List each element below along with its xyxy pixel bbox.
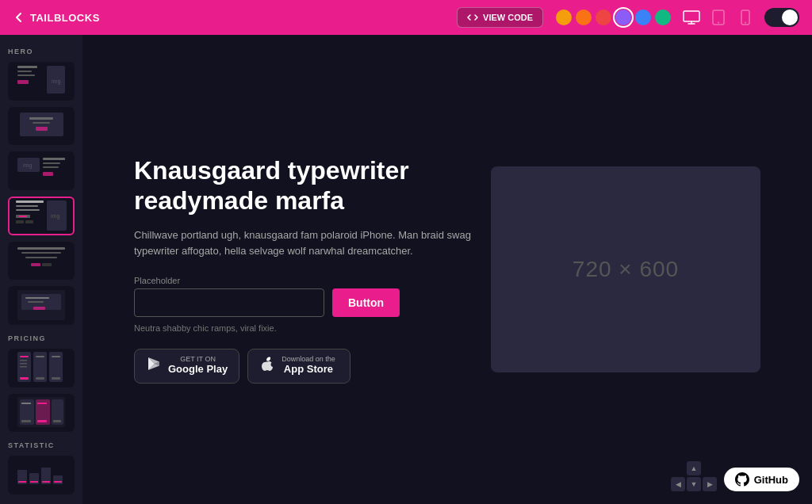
svg-rect-65 [18,481,26,483]
swatch-red[interactable] [596,10,611,25]
theme-toggle[interactable] [764,8,799,27]
svg-rect-14 [36,127,48,131]
sidebar-item-statistic-1[interactable] [8,456,75,494]
sidebar: HERO img img [0,35,82,504]
nav-arrow-up[interactable]: ▲ [687,461,701,475]
store-buttons: GET IT ON Google Play Download on [134,349,491,384]
google-play-sub: GET IT ON [168,356,228,363]
swatch-purple[interactable] [615,10,631,25]
app-store-sub: Download on the [282,356,335,363]
svg-rect-8 [17,80,29,84]
svg-rect-17 [43,158,65,160]
main-layout: HERO img img [0,35,812,504]
svg-rect-13 [33,122,50,124]
demo-block: Knausgaard typewriter readymade marfa Ch… [102,124,792,415]
google-play-button[interactable]: GET IT ON Google Play [134,349,239,384]
svg-rect-46 [20,366,27,368]
desktop-icon[interactable] [680,6,703,29]
svg-rect-60 [53,420,61,422]
svg-rect-7 [17,74,35,76]
github-badge[interactable]: GitHub [724,468,799,491]
app-store-button[interactable]: Download on the App Store [247,349,350,384]
svg-point-2 [718,22,719,24]
svg-rect-59 [37,420,47,422]
svg-rect-31 [21,252,61,254]
svg-rect-58 [21,420,31,422]
svg-rect-47 [20,377,29,380]
github-label: GitHub [754,474,788,486]
nav-arrow-right[interactable]: ▶ [703,477,717,491]
sidebar-item-pricing-2[interactable] [8,394,75,433]
svg-rect-34 [42,263,52,266]
svg-rect-33 [31,263,40,266]
tablet-icon[interactable] [707,6,730,29]
svg-rect-49 [36,377,44,380]
svg-rect-6 [17,71,32,72]
svg-text:img: img [23,162,32,169]
sidebar-item-hero-4[interactable]: img [8,197,75,235]
back-button[interactable]: TAILBLOCKS [13,11,100,24]
svg-rect-5 [17,66,37,68]
svg-rect-51 [52,377,60,380]
demo-input-field[interactable] [134,288,324,317]
section-label-statistic: STATISTIC [0,435,82,452]
svg-rect-27 [25,220,33,223]
svg-rect-26 [16,220,24,223]
nav-arrow-row-top: ▲ [671,461,717,475]
sidebar-item-hero-1[interactable]: img [8,62,75,101]
svg-text:img: img [52,78,60,85]
svg-rect-50 [52,356,60,357]
mobile-icon[interactable] [734,6,756,29]
topnav: TAILBLOCKS VIEW CODE [0,0,812,35]
svg-rect-38 [28,301,44,303]
app-store-main: App Store [282,363,335,376]
sidebar-item-hero-2[interactable] [8,107,75,146]
svg-rect-19 [43,166,59,168]
app-store-text: Download on the App Store [282,356,335,376]
back-icon [13,11,25,24]
google-play-main: Google Play [168,363,228,376]
sidebar-item-pricing-1[interactable] [8,349,75,388]
svg-rect-56 [21,403,31,404]
sidebar-item-hero-5[interactable] [8,242,75,281]
svg-rect-25 [19,216,27,217]
svg-rect-67 [42,481,50,483]
demo-image: 720 × 600 [491,166,760,372]
sidebar-item-hero-6[interactable] [8,286,75,325]
view-code-button[interactable]: VIEW CODE [457,7,543,28]
demo-button[interactable]: Button [332,288,400,317]
svg-rect-12 [29,117,53,120]
swatch-blue[interactable] [635,10,651,25]
section-label-hero: HERO [0,41,82,59]
swatch-orange[interactable] [576,10,592,25]
swatch-amber[interactable] [556,10,572,25]
svg-rect-30 [17,247,65,250]
svg-rect-23 [16,209,40,211]
nav-arrow-row-bottom: ◀ ▼ ▶ [671,477,717,491]
svg-rect-11 [20,113,63,136]
svg-rect-32 [25,257,57,258]
brand-label: TAILBLOCKS [30,12,100,24]
section-label-pricing: PRICING [0,328,82,346]
svg-rect-43 [20,356,29,357]
demo-description: Chillwave portland ugh, knausgaard fam p… [134,227,491,261]
svg-rect-20 [43,172,53,176]
nav-arrows: ▲ ◀ ▼ ▶ [671,461,717,491]
image-dimensions: 720 × 600 [573,257,679,282]
theme-toggle-knob [782,10,798,25]
svg-rect-21 [16,200,44,203]
svg-rect-39 [33,307,45,310]
demo-title: Knausgaard typewriter readymade marfa [134,155,491,216]
input-label: Placeholder [134,276,491,285]
svg-rect-68 [54,481,62,483]
content-area: Knausgaard typewriter readymade marfa Ch… [82,35,812,504]
nav-arrow-left[interactable]: ◀ [671,477,685,491]
code-icon [467,12,478,23]
nav-arrow-down[interactable]: ▼ [687,477,701,491]
svg-rect-64 [53,475,63,484]
sidebar-item-hero-3[interactable]: img [8,151,75,190]
demo-input-row: Button [134,288,491,317]
view-code-label: VIEW CODE [483,13,533,22]
swatch-green[interactable] [655,10,671,25]
device-toggle-group [680,6,756,29]
